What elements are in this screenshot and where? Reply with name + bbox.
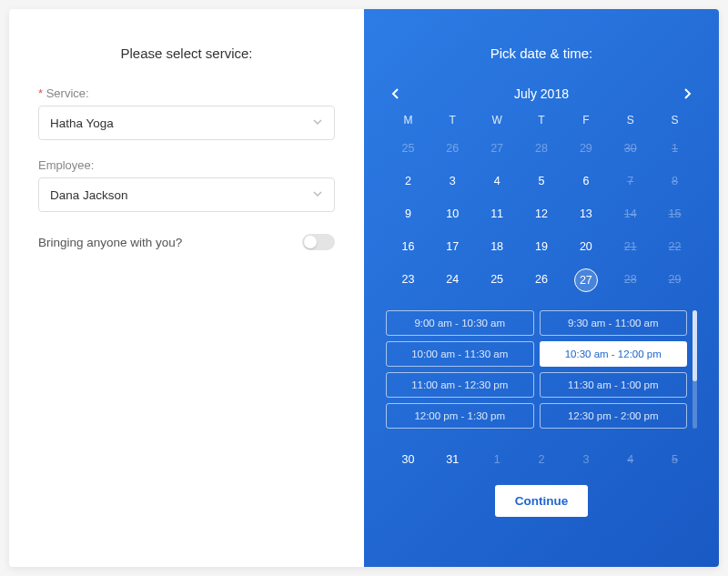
calendar-day: 21 (608, 236, 652, 258)
chevron-down-icon (312, 188, 323, 202)
calendar-dow: W (475, 114, 520, 126)
calendar-dow: T (520, 114, 564, 126)
continue-button[interactable]: Continue (495, 485, 589, 517)
service-select-value: Hatha Yoga (50, 116, 114, 130)
calendar-day[interactable]: 19 (520, 236, 564, 258)
calendar-day[interactable]: 9 (386, 203, 430, 225)
calendar-day: 29 (563, 137, 608, 159)
calendar-day: 5 (652, 449, 697, 470)
calendar-day[interactable]: 20 (563, 236, 608, 258)
calendar-day: 27 (475, 137, 520, 159)
calendar-day[interactable]: 13 (563, 203, 608, 225)
calendar-day[interactable]: 4 (475, 170, 520, 192)
time-slots: 9:00 am - 10:30 am9:30 am - 11:00 am10:0… (386, 310, 697, 429)
bringing-toggle[interactable] (302, 234, 335, 250)
calendar-day[interactable]: 5 (520, 170, 564, 192)
time-slot[interactable]: 9:00 am - 10:30 am (386, 310, 534, 336)
bringing-row: Bringing anyone with you? (38, 234, 335, 250)
calendar-day[interactable]: 10 (430, 203, 475, 225)
employee-field: Employee: Dana Jackson (38, 158, 335, 212)
calendar-day[interactable]: 11 (475, 203, 520, 225)
service-label: Service: (38, 86, 335, 100)
calendar-day[interactable]: 16 (386, 236, 430, 258)
calendar-day[interactable]: 18 (475, 236, 520, 258)
employee-select[interactable]: Dana Jackson (38, 177, 335, 212)
calendar-day: 14 (608, 203, 652, 225)
calendar-day: 28 (608, 268, 652, 290)
calendar-day[interactable]: 6 (563, 170, 608, 192)
calendar-day: 4 (608, 449, 652, 470)
chevron-down-icon (312, 116, 323, 130)
calendar-day[interactable]: 31 (430, 449, 475, 470)
employee-label: Employee: (38, 158, 335, 172)
calendar-day: 1 (652, 137, 697, 159)
time-slot[interactable]: 11:30 am - 1:00 pm (540, 372, 688, 398)
calendar-dow: T (430, 114, 475, 126)
service-panel-title: Please select service: (38, 45, 335, 61)
time-slots-scrollbar[interactable] (693, 310, 697, 429)
calendar-day: 7 (608, 170, 652, 192)
time-slot[interactable]: 12:00 pm - 1:30 pm (386, 403, 534, 429)
calendar-month-label: July 2018 (514, 86, 569, 101)
calendar-header: July 2018 (386, 86, 697, 101)
calendar-day[interactable]: 27 (563, 268, 608, 290)
calendar-day: 25 (386, 137, 430, 159)
calendar-day[interactable]: 26 (520, 268, 564, 290)
service-field: Service: Hatha Yoga (38, 86, 335, 140)
service-select[interactable]: Hatha Yoga (38, 106, 335, 140)
calendar-dow: M (386, 114, 430, 126)
employee-select-value: Dana Jackson (50, 188, 128, 202)
datetime-panel: Pick date & time: July 2018 MTWTFSS25262… (364, 9, 719, 567)
calendar-day[interactable]: 2 (386, 170, 430, 192)
calendar-grid: MTWTFSS252627282930123456789101112131415… (386, 114, 697, 470)
prev-month-button[interactable] (391, 87, 400, 100)
calendar-day[interactable]: 17 (430, 236, 475, 258)
calendar-day[interactable]: 24 (430, 268, 475, 290)
calendar-day: 28 (520, 137, 564, 159)
calendar-day: 1 (475, 449, 520, 470)
calendar-day: 3 (563, 449, 608, 470)
calendar-day: 22 (652, 236, 697, 258)
time-slot[interactable]: 11:00 am - 12:30 pm (386, 372, 534, 398)
calendar-day: 2 (520, 449, 564, 470)
calendar-day[interactable]: 25 (475, 268, 520, 290)
time-slot[interactable]: 9:30 am - 11:00 am (540, 310, 688, 336)
calendar-dow: S (608, 114, 652, 126)
booking-card: Please select service: Service: Hatha Yo… (9, 9, 719, 567)
calendar-dow: S (652, 114, 697, 126)
calendar-day[interactable]: 3 (430, 170, 475, 192)
calendar-day: 15 (652, 203, 697, 225)
service-panel: Please select service: Service: Hatha Yo… (9, 9, 364, 567)
calendar-day: 30 (608, 137, 652, 159)
calendar-day[interactable]: 12 (520, 203, 564, 225)
time-slot[interactable]: 12:30 pm - 2:00 pm (540, 403, 688, 429)
datetime-panel-title: Pick date & time: (386, 45, 697, 61)
calendar-day: 29 (652, 268, 697, 290)
calendar-day[interactable]: 30 (386, 449, 430, 470)
calendar-dow: F (563, 114, 608, 126)
bringing-label: Bringing anyone with you? (38, 236, 182, 249)
calendar-day[interactable]: 23 (386, 268, 430, 290)
time-slot[interactable]: 10:30 am - 12:00 pm (540, 341, 688, 367)
calendar-day: 26 (430, 137, 475, 159)
time-slot[interactable]: 10:00 am - 11:30 am (386, 341, 534, 367)
calendar-day: 8 (652, 170, 697, 192)
next-month-button[interactable] (682, 87, 692, 100)
